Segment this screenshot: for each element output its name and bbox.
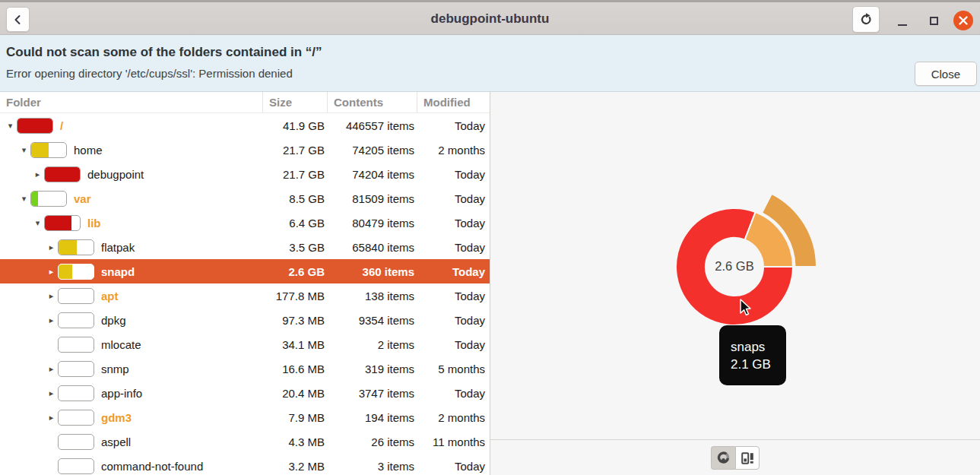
table-row[interactable]: ▸snmp16.6 MB319 items5 months [0, 356, 490, 381]
footer-divider [490, 439, 980, 440]
expander-icon[interactable]: ▸ [45, 388, 58, 398]
expander-icon[interactable]: ▸ [45, 364, 58, 374]
table-row[interactable]: command-not-found3.2 MB3 itemsToday [0, 454, 490, 475]
folder-size: 3.5 GB [262, 241, 327, 254]
titlebar: debugpoint-ubuntu [0, 2, 980, 35]
expander-icon[interactable]: ▸ [45, 291, 58, 301]
window-title: debugpoint-ubuntu [0, 2, 980, 35]
folder-contents: 74205 items [327, 144, 417, 157]
maximize-button[interactable] [924, 13, 943, 28]
folder-contents: 194 items [327, 411, 417, 424]
table-row[interactable]: aspell4.3 MB26 items11 months [0, 429, 490, 454]
expander-icon[interactable]: ▾ [4, 121, 17, 131]
table-row[interactable]: ▾home21.7 GB74205 items2 months [0, 138, 490, 162]
folder-contents: 138 items [327, 290, 417, 302]
folder-name: home [74, 144, 103, 157]
folder-contents: 26 items [327, 435, 417, 448]
table-row[interactable]: ▸flatpak3.5 GB65840 itemsToday [0, 235, 490, 259]
folder-size: 20.4 MB [262, 387, 327, 400]
folder-contents: 3747 items [327, 387, 417, 400]
table-row[interactable]: ▸snapd2.6 GB360 itemsToday [0, 259, 490, 283]
folder-size: 6.4 GB [262, 217, 327, 230]
usage-swatch [44, 166, 81, 182]
folder-name: var [74, 192, 91, 205]
folder-modified: Today [417, 265, 490, 278]
expander-icon[interactable]: ▾ [17, 145, 30, 155]
maximize-icon [930, 17, 938, 25]
table-row[interactable]: ▾var8.5 GB81509 itemsToday [0, 186, 490, 211]
close-icon [953, 11, 973, 30]
usage-swatch-fill [45, 167, 80, 182]
table-row[interactable]: ▸gdm37.9 MB194 items2 months [0, 405, 490, 429]
folder-contents: 80479 items [327, 217, 417, 230]
folder-contents: 319 items [327, 363, 417, 375]
folder-modified: Today [417, 460, 490, 473]
table-row[interactable]: mlocate34.1 MB2 itemsToday [0, 332, 490, 356]
table-row[interactable]: ▾lib6.4 GB80479 itemsToday [0, 211, 490, 235]
folder-modified: Today [417, 217, 490, 230]
table-row[interactable]: ▸dpkg97.3 MB9354 itemsToday [0, 308, 490, 332]
expander-icon[interactable]: ▾ [17, 194, 30, 204]
folder-modified: Today [417, 119, 490, 132]
folder-size: 34.1 MB [262, 338, 327, 351]
refresh-button[interactable] [852, 6, 880, 33]
close-window-button[interactable] [953, 11, 973, 30]
folder-modified: Today [417, 338, 490, 351]
folder-name: lib [87, 217, 101, 230]
minimize-button[interactable] [893, 13, 912, 28]
banner-close-button[interactable]: Close [915, 62, 977, 86]
folder-name: snmp [101, 363, 129, 375]
table-row[interactable]: ▸debugpoint21.7 GB74204 itemsToday [0, 162, 490, 186]
table-header: Folder Size Contents Modified [0, 92, 490, 113]
table-row[interactable]: ▸app-info20.4 MB3747 itemsToday [0, 381, 490, 405]
banner-detail: Error opening directory '/etc/cups/ssl':… [0, 60, 980, 80]
usage-swatch [58, 337, 94, 353]
folder-modified: 5 months [417, 363, 490, 375]
folder-size: 97.3 MB [262, 314, 327, 327]
folder-contents: 74204 items [327, 168, 417, 181]
folder-name: snapd [101, 265, 135, 278]
usage-swatch [44, 215, 81, 231]
banner-title: Could not scan some of the folders conta… [0, 35, 980, 60]
column-header-modified[interactable]: Modified [417, 92, 490, 112]
folder-modified: 11 months [417, 435, 490, 448]
rings-chart-pane: 2.6 GB snaps 2.1 GB [490, 92, 980, 475]
usage-swatch [58, 434, 94, 450]
folder-size: 41.9 GB [262, 119, 327, 132]
folder-name: apt [101, 290, 119, 302]
usage-swatch [58, 361, 94, 377]
usage-swatch [58, 312, 94, 328]
treemap-view-button[interactable] [735, 446, 760, 470]
column-header-size[interactable]: Size [262, 92, 327, 112]
folder-modified: Today [417, 387, 490, 400]
folder-size: 7.9 MB [262, 411, 327, 424]
expander-icon[interactable]: ▸ [45, 315, 58, 325]
folder-modified: Today [417, 314, 490, 327]
expander-icon[interactable]: ▸ [45, 413, 58, 423]
folder-name: gdm3 [101, 411, 132, 424]
folder-contents: 360 items [327, 265, 417, 278]
main-content: Folder Size Contents Modified ▾/41.9 GB4… [0, 92, 980, 475]
usage-swatch-fill [31, 143, 49, 157]
table-row[interactable]: ▸apt177.8 MB138 itemsToday [0, 283, 490, 308]
expander-icon[interactable]: ▸ [45, 267, 58, 277]
folder-name: mlocate [101, 338, 141, 351]
folder-contents: 81509 items [327, 192, 417, 205]
folder-size: 21.7 GB [262, 144, 327, 157]
column-header-folder[interactable]: Folder [0, 92, 262, 112]
expander-icon[interactable]: ▸ [45, 242, 58, 252]
table-row[interactable]: ▾/41.9 GB446557 itemsToday [0, 113, 490, 138]
usage-swatch-fill [59, 264, 72, 279]
rings-chart[interactable]: 2.6 GB [490, 92, 980, 439]
column-header-contents[interactable]: Contents [327, 92, 417, 112]
usage-swatch [58, 458, 94, 474]
folder-name: dpkg [101, 314, 126, 327]
chart-view-switcher [711, 446, 760, 470]
disk-usage-analyzer-window: debugpoint-ubuntu Could not scan some of… [0, 0, 980, 475]
expander-icon[interactable]: ▸ [31, 169, 44, 179]
expander-icon[interactable]: ▾ [31, 218, 44, 228]
usage-swatch-fill [45, 216, 71, 230]
usage-swatch [58, 288, 94, 304]
folder-size: 2.6 GB [262, 265, 327, 278]
rings-view-button[interactable] [711, 446, 735, 470]
